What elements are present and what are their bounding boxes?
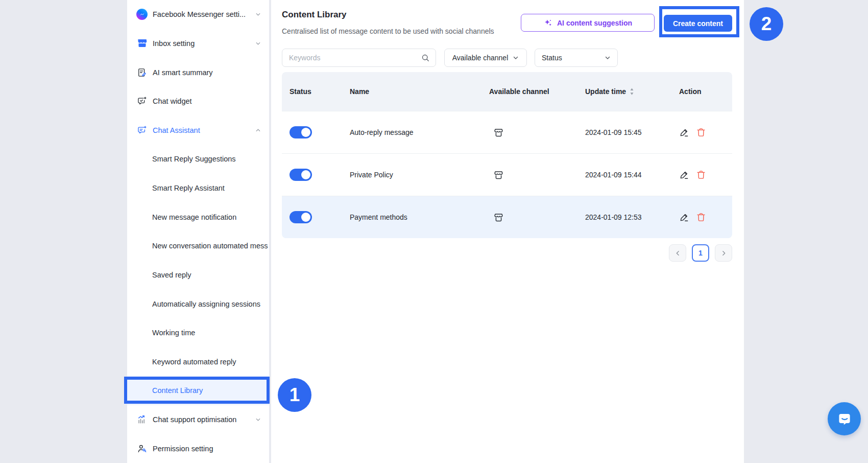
chevron-down-icon [255, 12, 261, 17]
sidebar-item-smart-reply-assistant[interactable]: Smart Reply Assistant [127, 174, 269, 203]
status-toggle[interactable] [290, 169, 312, 181]
keywords-search [282, 49, 436, 67]
delete-icon[interactable] [696, 212, 706, 222]
table-body: Auto-reply message2024-01-09 15:45Privat… [282, 111, 732, 238]
next-page-button[interactable] [715, 244, 732, 262]
chevron-down-icon [513, 55, 519, 61]
col-available-channel: Available channel [489, 87, 585, 96]
content-library-panel: Content Library Centralised list of mess… [271, 0, 744, 463]
update-time: 2024-01-09 15:45 [585, 128, 674, 136]
sidebar-item-keyword-automated-reply[interactable]: Keyword automated reply [127, 348, 269, 377]
sidebar-item-new-conversation-automated-mess[interactable]: New conversation automated mess [127, 231, 269, 261]
sidebar-item-chat-widget[interactable]: Chat widget [127, 87, 269, 116]
table-row-payment-methods: Payment methods2024-01-09 12:53 [282, 196, 732, 238]
search-icon [421, 53, 430, 64]
messenger-icon [136, 9, 148, 20]
status-dropdown[interactable]: Status [535, 49, 618, 67]
chevron-down-icon [255, 40, 261, 46]
keywords-input[interactable] [282, 49, 436, 67]
sidebar-item-label: Keyword automated reply [152, 358, 236, 366]
status-toggle[interactable] [290, 211, 312, 223]
sidebar-item-label: Working time [152, 329, 195, 337]
chevron-down-icon [605, 55, 611, 61]
sidebar-nav: Facebook Messenger setti...Inbox setting… [127, 0, 269, 463]
sidebar-item-label: Facebook Messenger setti... [153, 10, 246, 18]
live-chat-channel-icon [493, 127, 504, 138]
update-time: 2024-01-09 15:44 [585, 171, 674, 179]
sidebar-item-label: AI smart summary [153, 68, 213, 77]
content-name: Auto-reply message [350, 128, 489, 136]
edit-icon[interactable] [679, 170, 689, 180]
sidebar-item-label: Smart Reply Assistant [152, 184, 225, 192]
sidebar-item-permission-setting[interactable]: Permission setting [127, 434, 269, 463]
sort-icon[interactable] [630, 88, 634, 95]
chevron-up-icon [255, 127, 261, 133]
ai-button-label: AI content suggestion [557, 19, 632, 27]
sidebar-item-label: Saved reply [152, 271, 191, 279]
status-toggle[interactable] [290, 126, 312, 138]
sparkle-icon [543, 18, 552, 28]
available-channel-dropdown[interactable]: Available channel [444, 49, 527, 67]
page-subtitle: Centralised list of message content to b… [282, 27, 494, 35]
sidebar-item-label: Automatically assigning sessions [152, 300, 260, 308]
sidebar-item-label: Permission setting [153, 445, 213, 453]
status-dropdown-label: Status [542, 54, 562, 62]
sidebar-item-automatically-assigning-sessions[interactable]: Automatically assigning sessions [127, 289, 269, 318]
chat-widget-icon [136, 96, 148, 107]
sidebar-item-label: Chat support optimisation [153, 415, 236, 424]
sidebar-item-facebook-messenger-setti[interactable]: Facebook Messenger setti... [127, 0, 269, 29]
storefront-icon [136, 38, 148, 49]
live-chat-channel-icon [493, 170, 504, 180]
sidebar-item-new-message-notification[interactable]: New message notification [127, 202, 269, 231]
sidebar-item-smart-reply-suggestions[interactable]: Smart Reply Suggestions [127, 145, 269, 174]
sidebar-item-ai-smart-summary[interactable]: AI smart summary [127, 58, 269, 87]
table-row-auto-reply-message: Auto-reply message2024-01-09 15:45 [282, 111, 732, 153]
chat-bubble-icon [836, 410, 853, 428]
content-name: Private Policy [350, 171, 489, 179]
live-chat-channel-icon [493, 212, 504, 223]
pagination: 1 [669, 244, 732, 262]
sidebar-item-inbox-setting[interactable]: Inbox setting [127, 29, 269, 58]
channel-dropdown-label: Available channel [452, 54, 509, 62]
chevron-down-icon [255, 417, 261, 423]
chat-assistant-icon [136, 125, 148, 136]
sidebar-item-label: New conversation automated mess [152, 242, 268, 250]
delete-icon[interactable] [696, 127, 706, 137]
sidebar-item-label: Chat widget [153, 97, 192, 105]
table-row-private-policy: Private Policy2024-01-09 15:44 [282, 153, 732, 196]
col-action: Action [674, 87, 732, 96]
chart-icon [136, 414, 148, 425]
annotation-step-1: 1 [278, 378, 311, 412]
sidebar-item-label: New message notification [152, 213, 236, 221]
permission-icon [136, 443, 148, 454]
annotation-step-2: 2 [750, 7, 783, 41]
sidebar-item-label: Inbox setting [153, 39, 195, 48]
sidebar-item-working-time[interactable]: Working time [127, 318, 269, 348]
create-content-button[interactable]: Create content [664, 15, 732, 32]
col-name: Name [350, 87, 489, 96]
sidebar-item-label: Chat Assistant [153, 126, 200, 134]
sidebar-item-chat-support-optimisation[interactable]: Chat support optimisation [127, 405, 269, 434]
col-status: Status [282, 87, 350, 96]
page-1-button[interactable]: 1 [692, 244, 709, 262]
settings-sidebar: Facebook Messenger setti...Inbox setting… [127, 0, 269, 463]
sidebar-item-label: Smart Reply Suggestions [152, 155, 236, 163]
edit-icon[interactable] [679, 127, 689, 137]
sidebar-item-saved-reply[interactable]: Saved reply [127, 261, 269, 290]
edit-icon[interactable] [679, 212, 689, 222]
ai-summary-icon [136, 67, 148, 78]
sidebar-item-chat-assistant[interactable]: Chat Assistant [127, 116, 269, 145]
content-table: Status Name Available channel Update tim… [282, 72, 732, 238]
table-header-row: Status Name Available channel Update tim… [282, 72, 732, 111]
prev-page-button[interactable] [669, 244, 686, 262]
sidebar-item-content-library[interactable]: Content Library [127, 376, 269, 405]
col-update-time[interactable]: Update time [585, 87, 674, 96]
delete-icon[interactable] [696, 170, 706, 180]
page-title: Content Library [282, 10, 347, 20]
chat-launcher-button[interactable] [828, 402, 861, 435]
sidebar-item-label: Content Library [152, 386, 203, 395]
ai-content-suggestion-button[interactable]: AI content suggestion [521, 14, 655, 32]
content-name: Payment methods [350, 213, 489, 221]
update-time: 2024-01-09 12:53 [585, 213, 674, 221]
